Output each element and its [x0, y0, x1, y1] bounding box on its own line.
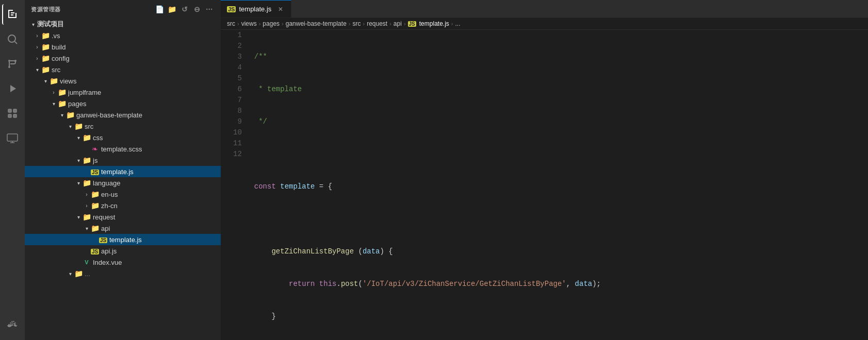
plain-token	[254, 246, 272, 257]
plain-token: }	[254, 311, 276, 322]
folder-icon: 📁	[83, 133, 91, 142]
new-file-button[interactable]: 📄	[155, 4, 165, 14]
tree-item-vs[interactable]: › 📁 .vs	[25, 30, 221, 41]
config-label: config	[52, 55, 217, 62]
extensions-activity-icon[interactable]	[2, 103, 23, 124]
line-num-4: 4	[233, 62, 242, 73]
tree-item-src[interactable]: ▾ 📁 src	[25, 64, 221, 75]
folder-icon: 📁	[41, 43, 50, 51]
tree-item-language[interactable]: ▾ 📁 language	[25, 177, 221, 189]
tree-item-api[interactable]: ▾ 📁 api	[25, 223, 221, 234]
file-tree: ▾ 测试项目 › 📁 .vs › 📁 build › 📁 config ▾	[25, 19, 221, 340]
breadcrumb: src › views › pages › ganwei-base-templa…	[221, 18, 868, 30]
breadcrumb-ganwei[interactable]: ganwei-base-template	[286, 20, 347, 27]
line-numbers: 1 2 3 4 5 6 7 8 9 10 11 12	[221, 30, 250, 340]
tree-item-zh-cn[interactable]: › 📁 zh-cn	[25, 200, 221, 211]
search-activity-icon[interactable]	[2, 29, 23, 49]
string-token: '/IoT/api/v3/ZiChanService/GetZiChanList…	[363, 279, 566, 290]
chevron-down-icon: ▾	[50, 99, 58, 108]
breadcrumb-api[interactable]: api	[394, 20, 402, 27]
tab-template-js[interactable]: JS template.js ✕	[221, 0, 291, 18]
folder-icon: 📁	[74, 269, 83, 278]
tree-item-template-js[interactable]: › JS template.js	[25, 166, 221, 177]
breadcrumb-src[interactable]: src	[227, 20, 235, 27]
refresh-button[interactable]: ↺	[179, 4, 190, 14]
folder-icon: 📁	[41, 65, 50, 74]
code-content: /** * template */ const template = { get…	[250, 30, 868, 340]
line-num-2: 2	[233, 41, 242, 52]
var-token: template	[280, 181, 315, 192]
svg-rect-1	[8, 10, 9, 18]
tab-close-button[interactable]: ✕	[276, 5, 285, 13]
source-control-activity-icon[interactable]	[2, 54, 23, 74]
breadcrumb-src2[interactable]: src	[352, 20, 361, 27]
svg-rect-5	[11, 14, 13, 15]
folder-icon: 📁	[83, 179, 91, 187]
chevron-down-icon: ▾	[29, 20, 37, 28]
tree-item-index-vue[interactable]: › V Index.vue	[25, 257, 221, 268]
more-label: ...	[85, 270, 217, 278]
breadcrumb-ellipsis[interactable]: ...	[455, 20, 460, 27]
line-num-8: 8	[233, 106, 242, 116]
tree-item-template-js-api[interactable]: › JS template.js	[25, 234, 221, 245]
collapse-button[interactable]: ⊖	[192, 4, 202, 14]
api-label: api	[101, 225, 217, 232]
tree-item-views[interactable]: ▾ 📁 views	[25, 75, 221, 87]
api-js-label: api.js	[101, 247, 217, 255]
breadcrumb-sep-2: ›	[259, 21, 261, 27]
js-file-icon: JS	[91, 167, 99, 176]
line-num-10: 10	[233, 127, 242, 138]
param-token: data	[363, 246, 380, 257]
folder-icon: 📁	[83, 156, 91, 164]
folder-icon: 📁	[91, 224, 99, 232]
tree-item-js[interactable]: ▾ 📁 js	[25, 155, 221, 166]
tree-item-config[interactable]: › 📁 config	[25, 53, 221, 64]
chevron-right-icon: ›	[33, 31, 41, 40]
chevron-down-icon: ▾	[33, 65, 41, 74]
code-editor[interactable]: 1 2 3 4 5 6 7 8 9 10 11 12 /** * templat…	[221, 30, 868, 340]
tree-item-api-js[interactable]: › JS api.js	[25, 245, 221, 257]
param-token: data	[575, 279, 593, 290]
breadcrumb-template-js[interactable]: template.js	[419, 20, 449, 27]
chevron-down-icon: ▾	[74, 213, 83, 221]
chevron-down-icon: ▾	[74, 156, 83, 164]
run-activity-icon[interactable]	[2, 78, 23, 99]
remote-activity-icon[interactable]	[2, 128, 23, 148]
plain-token: .	[336, 279, 340, 290]
tree-item-jumplframe[interactable]: › 📁 jumplframe	[25, 87, 221, 98]
vs-label: .vs	[52, 32, 217, 40]
project-label: 测试项目	[37, 20, 217, 29]
plain-token: );	[592, 279, 601, 290]
tree-item-en-us[interactable]: › 📁 en-us	[25, 189, 221, 200]
new-folder-button[interactable]: 📁	[167, 4, 177, 14]
tree-item-template-scss[interactable]: › ❧ template.scss	[25, 143, 221, 155]
breadcrumb-views[interactable]: views	[241, 20, 257, 27]
breadcrumb-sep-1: ›	[237, 21, 239, 27]
js-file-icon3: JS	[91, 247, 99, 255]
svg-point-6	[8, 35, 15, 42]
keyword-token: return	[289, 279, 315, 290]
breadcrumb-pages[interactable]: pages	[263, 20, 280, 27]
vue-icon: V	[83, 259, 91, 265]
tree-item-pages[interactable]: ▾ 📁 pages	[25, 98, 221, 109]
src-label: src	[52, 66, 217, 74]
plain-token: ) {	[380, 246, 392, 257]
jumplframe-label: jumplframe	[68, 89, 217, 96]
views-label: views	[60, 77, 217, 85]
tree-item-src2[interactable]: ▾ 📁 src	[25, 121, 221, 132]
tree-item-more[interactable]: ▾ 📁 ...	[25, 268, 221, 279]
tree-item-project[interactable]: ▾ 测试项目	[25, 19, 221, 30]
breadcrumb-request[interactable]: request	[367, 20, 387, 27]
plain-token	[276, 181, 280, 192]
tree-item-request[interactable]: ▾ 📁 request	[25, 211, 221, 223]
tree-item-build[interactable]: › 📁 build	[25, 41, 221, 53]
sidebar-header-actions: 📄 📁 ↺ ⊖ ···	[155, 4, 215, 14]
folder-icon: 📁	[41, 54, 50, 62]
line-num-11: 11	[233, 138, 242, 149]
func-token: post	[341, 279, 358, 290]
docker-activity-icon[interactable]	[2, 315, 23, 336]
tree-item-css[interactable]: ▾ 📁 css	[25, 132, 221, 143]
more-actions-button[interactable]: ···	[204, 4, 215, 14]
explorer-icon[interactable]	[2, 4, 23, 25]
tree-item-ganwei[interactable]: ▾ 📁 ganwei-base-template	[25, 109, 221, 121]
